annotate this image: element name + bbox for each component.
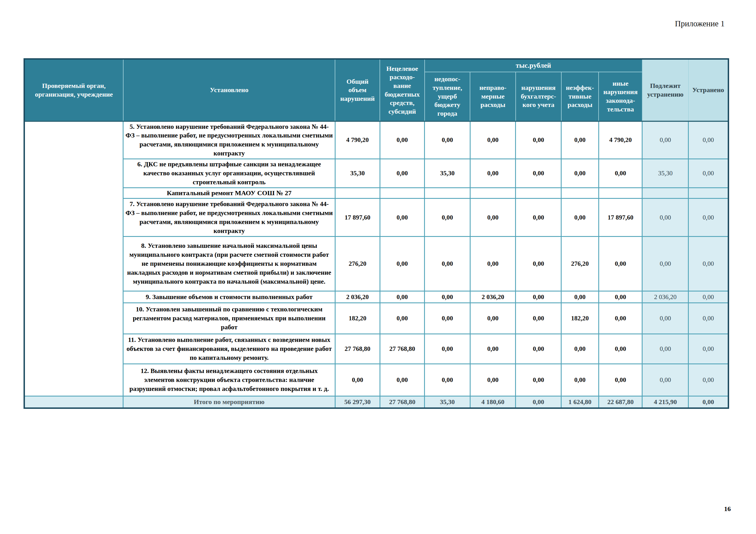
amount-cell: 35,30 [335,159,380,188]
amount-cell: 0,00 [516,364,561,396]
totals-amount-cell: 27 768,80 [380,396,425,408]
amount-cell: 0,00 [599,237,642,291]
violation-row: 10. Установлен завышенный по сравнению с… [24,303,729,334]
amount-cell: 27 768,80 [335,334,380,364]
amount-cell: 0,00 [470,334,516,364]
amount-cell: 0,00 [688,199,729,237]
amount-cell: 0,00 [688,291,729,303]
page-number: 16 [724,505,731,513]
section-row: Капитальный ремонт МАОУ СОШ № 27 [24,188,729,199]
violation-text-cell: 7. Установлено нарушение требований Феде… [123,199,335,237]
totals-row: Итого по мероприятию56 297,3027 768,8035… [24,396,729,408]
header-band-row: Проверяемый орган, организация, учрежден… [24,59,729,72]
units-banner: тыс.рублей [425,59,642,72]
amount-cell: 0,00 [425,334,470,364]
col-header-improper: неправо- мерные расходы [470,72,516,121]
violation-row: 7. Установлено нарушение требований Феде… [24,199,729,237]
totals-amount-cell: 4 215,90 [642,396,688,408]
violation-row: 9. Завышение объемов и стоимости выполне… [24,291,729,303]
amount-cell: 0,00 [561,159,599,188]
amount-cell: 0,00 [380,237,425,291]
amount-cell: 4 790,20 [599,121,642,159]
amount-cell: 0,00 [599,291,642,303]
violation-text-cell: 5. Установлено нарушение требований Феде… [123,121,335,159]
amount-cell: 0,00 [599,334,642,364]
col-header-shortfall: недопос- тупление, ущерб бюджету города [425,72,470,121]
org-cell [24,121,123,396]
amount-cell: 0,00 [470,159,516,188]
amount-cell: 0,00 [561,199,599,237]
violations-table: Проверяемый орган, организация, учрежден… [23,58,729,409]
amount-cell: 0,00 [688,334,729,364]
amount-cell: 0,00 [561,121,599,159]
amount-cell [599,188,642,199]
amount-cell: 27 768,80 [380,334,425,364]
violation-text-cell: 10. Установлен завышенный по сравнению с… [123,303,335,334]
amount-cell: 0,00 [516,334,561,364]
amount-cell: 276,20 [561,237,599,291]
amount-cell: 0,00 [642,237,688,291]
totals-amount-cell: 56 297,30 [335,396,380,408]
amount-cell: 35,30 [642,159,688,188]
amount-cell: 0,00 [561,334,599,364]
amount-cell: 0,00 [599,303,642,334]
amount-cell: 0,00 [688,159,729,188]
amount-cell: 0,00 [425,199,470,237]
violation-text-cell: 9. Завышение объемов и стоимости выполне… [123,291,335,303]
col-header-misuse: Нецелевое расходо- вание бюджетных средс… [380,59,425,121]
col-header-ineffective: неэффек- тивные расходы [561,72,599,121]
amount-cell: 0,00 [516,291,561,303]
amount-cell [642,188,688,199]
amount-cell [425,188,470,199]
amount-cell: 0,00 [425,291,470,303]
totals-amount-cell: 1 624,80 [561,396,599,408]
amount-cell: 0,00 [380,303,425,334]
totals-amount-cell: 22 687,80 [599,396,642,408]
amount-cell: 0,00 [516,159,561,188]
amount-cell: 0,00 [642,334,688,364]
amount-cell: 0,00 [642,303,688,334]
amount-cell: 0,00 [516,199,561,237]
section-title-cell: Капитальный ремонт МАОУ СОШ № 27 [123,188,335,199]
amount-cell: 0,00 [380,291,425,303]
appendix-label: Приложение 1 [675,19,725,28]
amount-cell: 182,20 [335,303,380,334]
violation-text-cell: 11. Установлено выполнение работ, связан… [123,334,335,364]
amount-cell: 0,00 [470,303,516,334]
col-header-eliminated: Устранено [688,59,729,121]
amount-cell: 0,00 [425,237,470,291]
amount-cell: 0,00 [425,121,470,159]
document-page: Приложение 1 Проверяемый орган, организа… [0,0,756,534]
amount-cell: 0,00 [642,199,688,237]
amount-cell [561,188,599,199]
amount-cell [688,188,729,199]
amount-cell [335,188,380,199]
amount-cell: 4 790,20 [335,121,380,159]
amount-cell: 0,00 [561,364,599,396]
amount-cell: 0,00 [599,159,642,188]
violation-row: 6. ДКС не предъявлены штрафные санкции з… [24,159,729,188]
amount-cell: 0,00 [425,303,470,334]
amount-cell: 0,00 [470,121,516,159]
amount-cell: 0,00 [688,364,729,396]
amount-cell: 0,00 [642,364,688,396]
amount-cell [380,188,425,199]
amount-cell: 276,20 [335,237,380,291]
amount-cell: 2 036,20 [335,291,380,303]
amount-cell: 0,00 [470,199,516,237]
col-header-accounting: нарушения бухгалтерс- кого учета [516,72,561,121]
amount-cell: 0,00 [688,303,729,334]
amount-cell: 17 897,60 [599,199,642,237]
amount-cell: 0,00 [380,364,425,396]
totals-amount-cell: 4 180,60 [470,396,516,408]
violation-row: 11. Установлено выполнение работ, связан… [24,334,729,364]
amount-cell: 0,00 [642,121,688,159]
col-header-to-eliminate: Подлежит устранению [642,59,688,121]
violation-text-cell: 8. Установлено завышение начальной макси… [123,237,335,291]
violation-row: 12. Выявлены факты ненадлежащего состоян… [24,364,729,396]
violation-row: 8. Установлено завышение начальной макси… [24,237,729,291]
amount-cell: 2 036,20 [470,291,516,303]
totals-amount-cell: 0,00 [688,396,729,408]
amount-cell: 0,00 [561,291,599,303]
amount-cell: 35,30 [425,159,470,188]
